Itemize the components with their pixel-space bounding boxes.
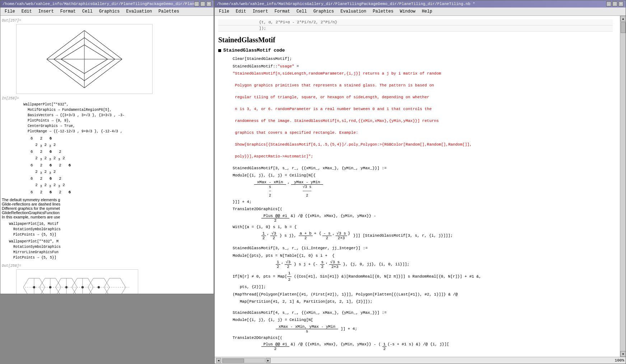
h-scroll-thumb[interactable] (223, 359, 244, 363)
win-buttons-right: _ □ × (606, 1, 623, 6)
wf-den2: 2 (270, 236, 277, 241)
wf-den1: 2 (261, 236, 266, 241)
scroll-thumb-right[interactable] (621, 22, 626, 33)
tf2-den1: 2 (320, 265, 325, 269)
formula-1-head: StainedGlassMotif[3, s_, r_, {{xMin_, xM… (233, 165, 613, 171)
menu-graphics-left[interactable]: Graphics (96, 8, 123, 15)
ab-den-sqrt: 2×3 (336, 236, 347, 241)
menu-edit-right[interactable]: Edit (233, 8, 249, 15)
tf-sp (280, 265, 285, 269)
close-btn-left[interactable]: × (206, 1, 211, 6)
ab-comma2: , (332, 231, 336, 236)
spacer1 (218, 32, 613, 36)
plus-frac-spacer (289, 218, 378, 223)
out257-section: Out[257]= (2, 17, 212, 23)
menu-file-right[interactable]: File (216, 8, 232, 15)
spacer3 (218, 242, 613, 244)
h-scroll-right-btn[interactable]: ► (266, 358, 271, 363)
spacer2 (218, 161, 613, 164)
menu-evaluation-left[interactable]: Evaluation (123, 8, 155, 15)
wf-num2: √3 (270, 231, 277, 236)
wf-comma1: , (266, 231, 271, 236)
right-scrollbar: ▲ ▼ (620, 16, 626, 357)
plus-fraction: Plus @@ #1 &) /@ {{xMin, xMax}, {yMin, y… (261, 214, 613, 223)
ab-num: a + b (299, 231, 313, 236)
minimize-btn-right[interactable]: _ (606, 1, 611, 6)
f3-plus-half-num: 1 (382, 342, 387, 347)
section-title: StainedGlassMotif (218, 36, 613, 44)
maximize-btn-right[interactable]: □ (612, 1, 617, 6)
scroll-track-right[interactable] (620, 22, 626, 351)
subsection-header: StainedGlassMotif code (218, 48, 613, 53)
code-usage-def: StainedGlassMotif::"usage" = (233, 63, 613, 70)
menu-cell-right[interactable]: Cell (294, 8, 310, 15)
graphic-out257 (16, 24, 153, 94)
frac-den-2: √3 s────2 (291, 184, 323, 198)
window-right: /home/xah/web/xahlee_info/MathGraphicsGa… (214, 0, 626, 364)
menu-bar-left: File Edit Insert Format Cell Graphics Ev… (0, 8, 214, 16)
status-bar-right: ◄ ► 100% (215, 357, 626, 364)
f3-plus-rest: &) /@ {{xMin, xMax}, {yMin, yMax}} - ( (289, 342, 382, 347)
ab-plus: + (313, 231, 318, 236)
title-right-text: /home/xah/web/xahlee_info/MathGraphicsGa… (217, 2, 475, 6)
plus-num: Plus @@ #1 (261, 214, 289, 218)
with-frac-span: 1 , √3 2 2 } s j}, (261, 233, 453, 238)
title-bar-right: /home/xah/web/xahlee_info/MathGraphicsGa… (215, 0, 626, 8)
menu-insert-right[interactable]: Insert (250, 8, 271, 15)
formula-2-module: Module[{pts}, pts = N[Table[{1, 0} s i +… (233, 253, 613, 259)
menu-insert-left[interactable]: Insert (36, 8, 57, 15)
plus-frac-table: Plus @@ #1 &) /@ {{xMin, xMax}, {yMin, y… (261, 214, 378, 223)
formula-3-head: StainedGlassMotif[4, s_, r_, {{xMin_, xM… (233, 310, 613, 316)
desktop: /home/xah/web/xahlee_info/MathGraphicsGa… (0, 0, 626, 364)
bullet-icon (218, 49, 221, 52)
top-code-line: {t, α, 2*Pi+α - 2*Pi/n/2, 2*Pi/n} (218, 19, 613, 25)
ab-den: 2 (299, 236, 313, 241)
minimize-btn-left[interactable]: _ (194, 1, 199, 6)
svg-line-15 (54, 59, 84, 81)
frac-comma: , (286, 180, 291, 185)
tf2-table: s , √3 s 2 2×3 (320, 260, 341, 269)
menu-graphics-right[interactable]: Graphics (310, 8, 337, 15)
scroll-down-btn[interactable]: ▼ (620, 351, 626, 357)
wallpaper-code-1: WallpaperPlot[16, Motif RotationSymbolGr… (9, 221, 212, 237)
svg-line-10 (84, 59, 108, 74)
graphic-out258 (16, 269, 138, 294)
text-block-left: The default symmetry elements g Glide-re… (2, 198, 212, 219)
tf-comma: , (280, 260, 285, 265)
close-btn-right[interactable]: × (618, 1, 623, 6)
maximize-btn-left[interactable]: □ (200, 1, 205, 6)
svg-line-8 (84, 59, 122, 88)
menu-format-right[interactable]: Format (272, 8, 293, 15)
svg-line-9 (84, 45, 108, 59)
scroll-up-btn[interactable]: ▲ (620, 16, 626, 22)
menu-format-left[interactable]: Format (57, 8, 79, 15)
menu-evaluation-right[interactable]: Evaluation (337, 8, 369, 15)
tf2-num2: √3 s (329, 260, 341, 265)
svg-line-14 (84, 59, 115, 81)
f3-den: s (276, 329, 338, 334)
menu-palettes-right[interactable]: Palettes (370, 8, 397, 15)
menu-edit-left[interactable]: Edit (19, 8, 35, 15)
menu-palettes-left[interactable]: Palettes (156, 8, 182, 15)
ab-sp4 (347, 236, 351, 241)
h-scroll-left-btn[interactable]: ◄ (216, 358, 221, 363)
ab-den-s: 2 (322, 236, 332, 241)
menu-cell-left[interactable]: Cell (79, 8, 95, 15)
subsection-label: StainedGlassMotif code (223, 48, 285, 53)
formula-1-with: With[{a = {1, 0} s i, b = { (233, 224, 613, 230)
ab-sp (313, 236, 318, 241)
frac-num-2: yMax - yMin (291, 180, 323, 185)
in258-code: WallpaperPlot["*632", MotifGraphics → Fu… (23, 102, 212, 134)
tf-num2: √3 (285, 260, 291, 265)
code-usage-string: "StainedGlassMotif[n,sideLength,randomPa… (233, 71, 613, 160)
table-fraction: 1 , √3 2 2 } s j + {- (276, 260, 613, 269)
menu-window-right[interactable]: Window (397, 8, 418, 15)
out258-section: Out[258]= (2, 263, 212, 268)
menu-file-left[interactable]: File (2, 8, 18, 15)
tf2-num1: s (320, 260, 325, 265)
in258-section: In[258]= WallpaperPlot["*632", MotifGrap… (2, 96, 212, 134)
menu-help-right[interactable]: Help (419, 8, 435, 15)
top-code-line2: ]); (218, 25, 613, 32)
right-pane-scrollable[interactable]: {t, α, 2*Pi+α - 2*Pi/n/2, 2*Pi/n} ]); St… (215, 16, 620, 357)
h-scroll-track[interactable] (222, 358, 265, 363)
